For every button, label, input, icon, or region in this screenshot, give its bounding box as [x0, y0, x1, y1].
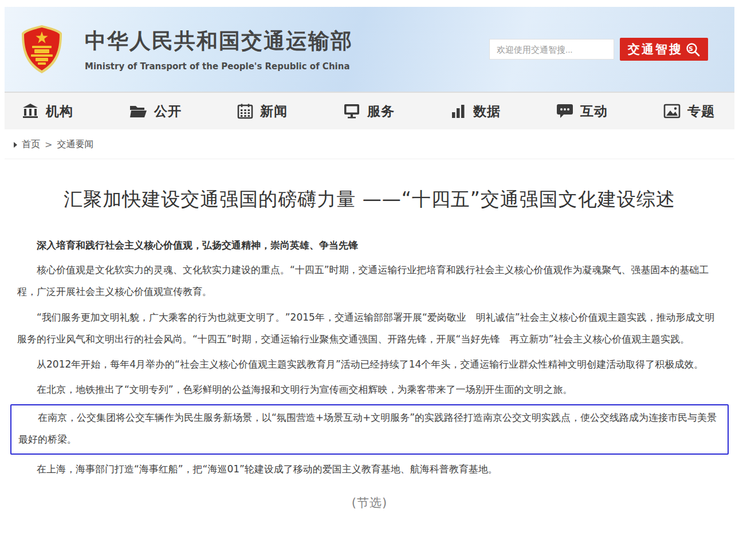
- monitor-icon: [343, 103, 360, 119]
- search-button-label: 交通智搜: [628, 41, 683, 57]
- nav-label: 互动: [580, 102, 608, 120]
- article-paragraph: “我们服务更加文明礼貌，广大乘客的行为也就更文明了。”2015年，交通运输部部署…: [17, 306, 722, 350]
- search-area: 交通智搜 S: [489, 38, 708, 61]
- breadcrumb-home-link[interactable]: 首页: [22, 139, 40, 151]
- article-paragraph: 在北京，地铁推出了“文明专列”，色彩鲜明的公益海报和文明行为宣传画交相辉映，为乘…: [17, 378, 722, 400]
- site-subtitle: Ministry of Transport of the People's Re…: [85, 61, 489, 72]
- excerpt-note: (节选): [17, 495, 722, 511]
- breadcrumb-current[interactable]: 交通要闻: [57, 139, 93, 151]
- bar-chart-icon: [450, 103, 466, 119]
- nav-label: 专题: [687, 102, 715, 120]
- page: 中华人民共和国交通运输部 Ministry of Transport of th…: [0, 0, 739, 511]
- smart-search-button[interactable]: 交通智搜 S: [620, 38, 708, 61]
- nav-label: 新闻: [260, 102, 288, 120]
- search-input[interactable]: [489, 39, 614, 60]
- article-lede: 深入培育和践行社会主义核心价值观，弘扬交通精神，崇尚英雄、争当先锋: [17, 238, 722, 253]
- article-paragraph: 从2012年开始，每年4月举办的“社会主义核心价值观主题实践教育月”活动已经持续…: [17, 353, 722, 375]
- breadcrumb-separator: >: [45, 139, 52, 150]
- bank-icon: [22, 102, 39, 120]
- nav-label: 服务: [367, 102, 395, 120]
- site-title: 中华人民共和国交通运输部: [85, 27, 489, 56]
- breadcrumb-arrow-icon: [14, 142, 17, 148]
- site-identity: 中华人民共和国交通运输部 Ministry of Transport of th…: [85, 27, 489, 72]
- nav-item-interaction[interactable]: 互动: [556, 102, 608, 120]
- article-paragraph: 在上海，海事部门打造“海事红船”，把“海巡01”轮建设成了移动的爱国主义教育基地…: [17, 458, 722, 480]
- nav-label: 机构: [46, 102, 73, 120]
- svg-text:S: S: [689, 45, 695, 53]
- search-s-magnifier-icon: S: [685, 42, 700, 57]
- nav-item-disclosure[interactable]: 公开: [129, 102, 182, 120]
- article-paragraph: 核心价值观是文化软实力的灵魂、文化软实力建设的重点。“十四五”时期，交通运输行业…: [17, 259, 722, 303]
- national-emblem-icon: [21, 24, 63, 74]
- article: 汇聚加快建设交通强国的磅礴力量 ——“十四五”交通强国文化建设综述 深入培育和践…: [5, 159, 734, 511]
- folder-icon: [129, 103, 147, 119]
- picture-icon: [663, 104, 681, 119]
- nav-item-data[interactable]: 数据: [450, 102, 501, 120]
- calendar-icon: [237, 103, 253, 119]
- speech-bubble-icon: [556, 103, 573, 119]
- main-nav: 机构 公开 新闻: [5, 92, 734, 129]
- nav-label: 数据: [473, 102, 501, 120]
- nav-item-institutions[interactable]: 机构: [22, 102, 73, 120]
- nav-item-news[interactable]: 新闻: [237, 102, 288, 120]
- nav-item-topics[interactable]: 专题: [663, 102, 715, 120]
- nav-label: 公开: [154, 102, 182, 120]
- article-title: 汇聚加快建设交通强国的磅礴力量 ——“十四五”交通强国文化建设综述: [17, 187, 722, 212]
- article-paragraph-highlighted: 在南京，公交集团将公交车辆作为民生服务新场景，以“氛围营造+场景互动+文明服务”…: [10, 404, 729, 455]
- nav-item-services[interactable]: 服务: [343, 102, 395, 120]
- site-header: 中华人民共和国交通运输部 Ministry of Transport of th…: [5, 7, 734, 92]
- breadcrumb: 首页 > 交通要闻: [5, 129, 734, 159]
